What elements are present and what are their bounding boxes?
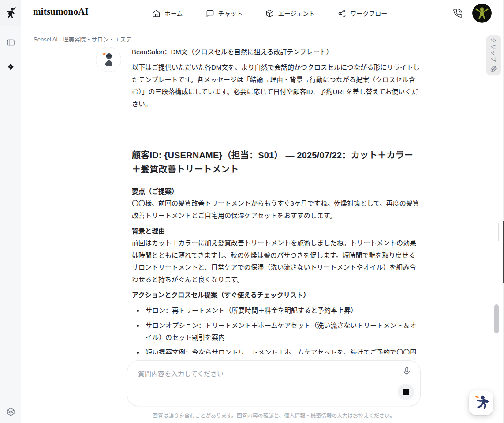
ninja-logo-icon: [4, 7, 17, 20]
avatar-jumping-figure-icon: [472, 4, 492, 23]
resize-grip[interactable]: [497, 223, 500, 241]
ninja-fighter-icon: [472, 393, 490, 412]
composer: [127, 360, 421, 406]
left-sidebar: [0, 0, 21, 423]
nav-label: チャット: [218, 9, 243, 18]
header-actions: [453, 0, 492, 26]
assistant-message-body: BeauSalon：DM文（クロスセルを自然に狙える改訂テンプレート） 以下はご…: [132, 46, 421, 354]
section-body: 前回はカット＋カラーに加え髪質改善トリートメントを施術しましたね。トリートメント…: [132, 237, 421, 285]
list-item: 短い提案文例：今ならサロントリートメント＋ホームケアセットを、続けてご予約で〇〇…: [132, 346, 421, 354]
agent-cube-icon: [265, 9, 274, 18]
ai-sparkle-button[interactable]: [0, 57, 21, 77]
nav-label: ワークフロー: [350, 9, 387, 18]
call-button[interactable]: [453, 8, 463, 18]
section-body: 〇〇様、前回の髪質改善トリートメントからもうすぐ3ヶ月ですね。乾燥対策として、再…: [132, 197, 421, 221]
message-intro: 以下はご提供いただいた各DM文を、より自然で会話的かつクロスセルにつながる形にリ…: [132, 61, 421, 110]
list-item: サロンオプション：トリートメント＋ホームケアセット（洗い流さないトリートメント＆…: [132, 319, 421, 344]
sparkle-icon: [6, 62, 16, 72]
stop-button[interactable]: [398, 384, 414, 400]
nav-item-workflow[interactable]: ワークフロー: [338, 9, 387, 18]
disclaimer-text: 回答は誤りを含むことがあります。回答内容の確認と、個人情報・機密情報の入力はお控…: [127, 412, 421, 419]
top-navigation-bar: mitsumonoAI ホーム チャット: [21, 0, 504, 26]
sandbox-button[interactable]: [0, 404, 21, 419]
list-item: サロン：再トリートメント（所要時間＋料金を明記すると予約率上昇）: [132, 304, 421, 317]
ninja-avatar-icon: [100, 51, 117, 68]
inner-scrollbar-thumb[interactable]: [494, 304, 499, 333]
sidebar-toggle-button[interactable]: [0, 33, 21, 52]
nav-item-home[interactable]: ホーム: [152, 9, 183, 18]
message-title: BeauSalon：DM文（クロスセルを自然に狙える改訂テンプレート）: [132, 46, 421, 58]
nav-item-chat[interactable]: チャット: [206, 9, 243, 18]
app-logo[interactable]: [0, 0, 21, 26]
panel-toggle-icon: [6, 38, 15, 47]
brand-title[interactable]: mitsumonoAI: [33, 6, 89, 17]
assistant-avatar: [96, 47, 121, 72]
nav-item-agent[interactable]: エージェント: [265, 9, 315, 18]
divider: [132, 129, 421, 129]
user-avatar[interactable]: [472, 4, 492, 23]
microphone-icon: [402, 367, 411, 376]
mic-button[interactable]: [402, 367, 411, 376]
clip-tab-label: クリップ: [490, 38, 497, 63]
workflow-icon: [338, 9, 346, 18]
paperclip-icon: [490, 66, 497, 72]
breadcrumb: Sensei AI - 理美容院・サロン・エステ: [34, 35, 131, 43]
cube-wireframe-icon: [6, 407, 15, 416]
assistant-fab-button[interactable]: [469, 390, 493, 415]
chat-scroll-area[interactable]: Sensei AI - 理美容院・サロン・エステ BeauSalon：DM文（ク…: [21, 26, 499, 354]
main-nav: ホーム チャット エージェント: [152, 0, 387, 26]
chat-icon: [206, 9, 214, 18]
section-title: 背景と理由: [132, 225, 421, 237]
question-input[interactable]: [137, 367, 386, 380]
nav-label: ホーム: [164, 9, 183, 18]
phone-call-icon: [453, 8, 463, 18]
section-title: 要点（ご提案）: [132, 185, 421, 197]
home-icon: [152, 9, 161, 18]
clip-tab[interactable]: クリップ: [486, 35, 501, 75]
checklist: サロン：再トリートメント（所要時間＋料金を明記すると予約率上昇） サロンオプショ…: [132, 304, 421, 354]
message-heading: 顧客ID: {USERNAME}（担当：S01） — 2025/07/22：カッ…: [132, 148, 421, 176]
stop-icon: [403, 389, 409, 395]
nav-label: エージェント: [278, 9, 315, 18]
section-title: アクションとクロスセル提案（すぐ使えるチェックリスト）: [132, 289, 421, 301]
